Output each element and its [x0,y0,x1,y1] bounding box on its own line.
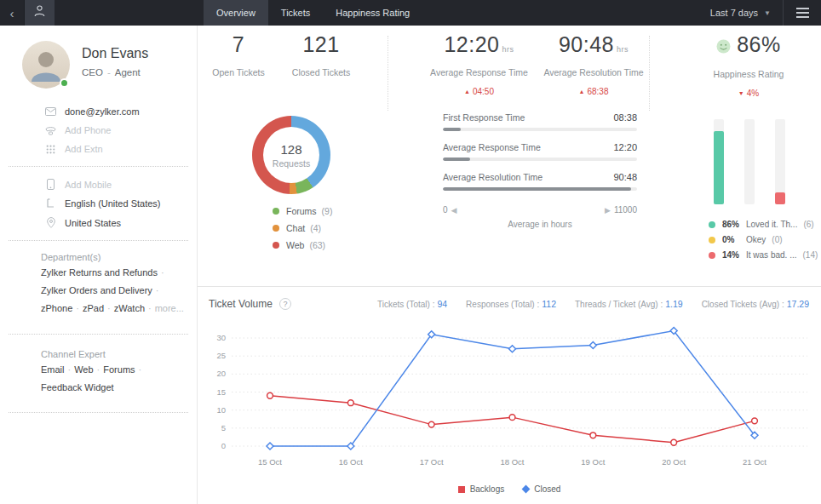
mobile-row[interactable]: Add Mobile [0,175,197,194]
feedback-widget[interactable]: Feedback Widget [41,382,187,392]
stat-avg-response: 12:20hrs Average Response Time ▲04:50 [413,32,545,96]
happiness-label: Happiness Rating [676,69,821,79]
web-dot [273,242,279,249]
more-link[interactable]: more... [155,303,184,313]
extn-placeholder: Add Extn [65,144,103,154]
happiness-bar-good[interactable] [714,119,724,204]
mobile-placeholder: Add Mobile [65,180,112,190]
stat-open-tickets: 7 Open Tickets [198,32,279,77]
department-item[interactable]: Zylker Orders and Delivery· [41,285,187,295]
date-range-dropdown[interactable]: Last 7 days ▼ [698,0,783,26]
it-was-bad-dot [709,252,715,259]
topbar-tabs: Overview Tickets Happiness Rating [204,0,422,26]
email-row[interactable]: done@zylker.com [0,102,197,121]
bars-footer: Average in hours [443,220,637,229]
departments-section: Department(s) Zylker Returns and Refunds… [0,249,197,323]
backlogs-square-icon [458,486,465,493]
legend-item-okey[interactable]: 0% Okey (0) [709,235,818,244]
language-row[interactable]: English (United States) [0,194,197,213]
ticket-volume-line-chart[interactable]: 05101520253015 Oct16 Oct17 Oct18 Oct19 O… [206,320,812,484]
extn-row[interactable]: Add Extn [0,140,197,158]
requests-donut-chart[interactable]: 128 Requests [252,116,330,194]
ticket-volume-header: Ticket Volume ? Tickets (Total) :94 Resp… [198,287,821,310]
legend-item-web[interactable]: Web (63) [273,240,332,250]
department-item[interactable]: Zylker Returns and Refunds· [41,267,187,278]
departments-label: Department(s) [41,252,187,262]
svg-text:20 Oct: 20 Oct [662,457,686,467]
loved-it-dot [709,221,715,228]
envelope-icon [44,107,57,116]
country-value: United States [65,218,121,228]
profile-text: Don Evans CEO-Agent [82,41,148,89]
response-time-bars: First Response Time08:38 Average Respons… [443,112,637,229]
avg-resolution-time-row[interactable]: Average Resolution Time90:48 [443,172,637,191]
triangle-up-icon: ▲ [464,89,470,94]
help-icon[interactable]: ? [279,298,291,310]
okey-dot [709,237,715,243]
threads-per-ticket: Threads / Ticket (Avg) :1.19 [575,299,683,309]
bar-track [443,128,637,131]
bar-fill [443,187,631,191]
legend-item-closed[interactable]: Closed [523,484,560,494]
divider [9,166,188,167]
happiness-bar-bad[interactable] [775,119,785,204]
legend-item-chat[interactable]: Chat (4) [273,223,332,233]
first-response-time-row[interactable]: First Response Time08:38 [443,112,637,131]
legend-item-backlogs[interactable]: Backlogs [458,484,505,494]
divider [9,412,188,413]
online-status-dot [60,78,69,88]
department-products[interactable]: zPhone·zPad·zWatch·more... [41,303,187,313]
avg-response-label: Average Response Time [413,67,545,77]
arrow-right-icon[interactable]: ▶ [605,206,611,215]
avatar[interactable] [22,41,70,89]
svg-text:30: 30 [216,333,226,342]
tab-overview[interactable]: Overview [204,0,268,26]
email-value: done@zylker.com [65,106,140,117]
svg-text:15 Oct: 15 Oct [258,457,282,467]
open-tickets-label: Open Tickets [198,67,279,77]
happiness-delta: ▼4% [676,89,821,98]
contact-info: done@zylker.com Add Phone Add Extn [0,102,197,158]
svg-text:5: 5 [221,423,226,432]
phone-row[interactable]: Add Phone [0,121,197,140]
bar-track [443,187,637,191]
location-pin-icon [44,217,57,228]
avatar-image [29,48,63,82]
avg-response-time-row[interactable]: Average Response Time12:20 [443,142,637,161]
bar-fill [443,158,470,161]
avg-response-delta: ▲04:50 [413,87,545,96]
closed-tickets-value: 121 [279,32,363,57]
triangle-up-icon: ▲ [579,89,585,94]
ticket-volume-summary: Tickets (Total) :94 Responses (Total) :1… [359,299,809,309]
triangle-down-icon: ▼ [738,90,744,96]
topbar-spacer [422,0,698,26]
svg-text:21 Oct: 21 Oct [743,457,766,467]
back-button[interactable]: ‹ [0,0,25,26]
requests-total: 128 [280,142,301,157]
agent-profile-tab[interactable] [25,0,55,26]
tab-tickets[interactable]: Tickets [268,0,323,26]
channel-expert-section: Channel Expert Email·Web·Forums· Feedbac… [0,342,197,402]
tab-happiness-rating[interactable]: Happiness Rating [323,0,422,26]
topbar: ‹ Overview Tickets Happiness Rating Last… [0,0,821,26]
arrow-left-icon[interactable]: ◀ [451,206,457,215]
happiness-bar-okay[interactable] [744,119,755,204]
bars-scale: 0◀ ▶11000 [443,205,637,215]
hamburger-menu-button[interactable] [784,0,821,26]
legend-item-forums[interactable]: Forums (9) [273,206,332,216]
channel-list[interactable]: Email·Web·Forums· [41,364,187,375]
person-icon [34,5,45,20]
country-row[interactable]: United States [0,213,197,232]
legend-item-it-was-bad[interactable]: 14% It was bad. ... (14) [709,250,818,260]
donut-legend: Forums (9) Chat (4) Web (63) [273,206,332,257]
happiness-legend: 86% Loved it. Th... (6) 0% Okey (0) 14% … [709,220,818,266]
legend-item-loved-it[interactable]: 86% Loved it. Th... (6) [709,220,818,229]
forums-dot [273,208,279,215]
locale-info: Add Mobile English (United States) Unite… [0,175,197,232]
ticket-volume-title: Ticket Volume [209,298,273,310]
smiley-icon [716,34,731,59]
language-value: English (United States) [65,198,161,209]
divider [9,240,188,241]
divider [9,334,188,335]
avg-resolution-value: 90:48 [559,32,614,56]
